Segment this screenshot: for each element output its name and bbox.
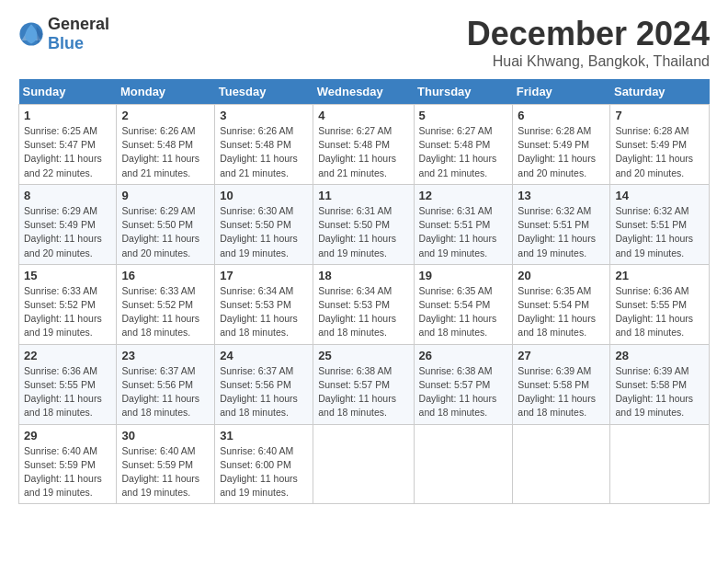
calendar-cell: 12Sunrise: 6:31 AM Sunset: 5:51 PM Dayli… — [414, 184, 513, 264]
calendar-cell: 17Sunrise: 6:34 AM Sunset: 5:53 PM Dayli… — [215, 264, 313, 344]
calendar-cell: 9Sunrise: 6:29 AM Sunset: 5:50 PM Daylig… — [117, 184, 215, 264]
month-title: December 2024 — [467, 15, 710, 53]
day-info: Sunrise: 6:25 AM Sunset: 5:47 PM Dayligh… — [24, 124, 111, 180]
day-info: Sunrise: 6:28 AM Sunset: 5:49 PM Dayligh… — [518, 124, 605, 180]
calendar-cell: 31Sunrise: 6:40 AM Sunset: 6:00 PM Dayli… — [215, 424, 313, 504]
calendar-week-3: 15Sunrise: 6:33 AM Sunset: 5:52 PM Dayli… — [19, 264, 710, 344]
calendar-table: SundayMondayTuesdayWednesdayThursdayFrid… — [18, 79, 710, 504]
day-number: 31 — [220, 429, 308, 442]
day-number: 11 — [318, 189, 408, 202]
calendar-cell — [313, 424, 414, 504]
calendar-cell: 28Sunrise: 6:39 AM Sunset: 5:58 PM Dayli… — [610, 344, 710, 424]
day-info: Sunrise: 6:33 AM Sunset: 5:52 PM Dayligh… — [121, 284, 210, 340]
day-number: 21 — [615, 269, 704, 282]
calendar-cell: 5Sunrise: 6:27 AM Sunset: 5:48 PM Daylig… — [414, 105, 513, 185]
day-info: Sunrise: 6:36 AM Sunset: 5:55 PM Dayligh… — [24, 364, 111, 420]
day-number: 28 — [615, 349, 704, 362]
calendar-cell: 6Sunrise: 6:28 AM Sunset: 5:49 PM Daylig… — [513, 105, 610, 185]
day-info: Sunrise: 6:26 AM Sunset: 5:48 PM Dayligh… — [121, 124, 210, 180]
day-info: Sunrise: 6:38 AM Sunset: 5:57 PM Dayligh… — [419, 364, 508, 420]
day-info: Sunrise: 6:40 AM Sunset: 5:59 PM Dayligh… — [24, 444, 111, 500]
day-info: Sunrise: 6:32 AM Sunset: 5:51 PM Dayligh… — [518, 204, 605, 260]
day-number: 17 — [220, 269, 308, 282]
day-number: 25 — [318, 349, 408, 362]
day-number: 18 — [318, 269, 408, 282]
day-number: 10 — [220, 189, 308, 202]
calendar-cell: 7Sunrise: 6:28 AM Sunset: 5:49 PM Daylig… — [610, 105, 710, 185]
calendar-cell — [513, 424, 610, 504]
day-number: 20 — [518, 269, 605, 282]
day-number: 16 — [121, 269, 210, 282]
day-info: Sunrise: 6:39 AM Sunset: 5:58 PM Dayligh… — [518, 364, 605, 420]
day-number: 13 — [518, 189, 605, 202]
calendar-week-2: 8Sunrise: 6:29 AM Sunset: 5:49 PM Daylig… — [19, 184, 710, 264]
calendar-cell — [414, 424, 513, 504]
day-number: 1 — [24, 109, 111, 122]
day-number: 2 — [121, 109, 210, 122]
location-title: Huai Khwang, Bangkok, Thailand — [467, 53, 710, 70]
day-number: 7 — [615, 109, 704, 122]
header-saturday: Saturday — [610, 79, 710, 105]
calendar-cell: 16Sunrise: 6:33 AM Sunset: 5:52 PM Dayli… — [117, 264, 215, 344]
calendar-cell: 13Sunrise: 6:32 AM Sunset: 5:51 PM Dayli… — [513, 184, 610, 264]
day-number: 24 — [220, 349, 308, 362]
calendar-cell: 19Sunrise: 6:35 AM Sunset: 5:54 PM Dayli… — [414, 264, 513, 344]
day-number: 9 — [121, 189, 210, 202]
logo: General Blue — [18, 15, 109, 53]
calendar-cell: 20Sunrise: 6:35 AM Sunset: 5:54 PM Dayli… — [513, 264, 610, 344]
day-info: Sunrise: 6:34 AM Sunset: 5:53 PM Dayligh… — [318, 284, 408, 340]
logo-blue: Blue — [48, 34, 84, 52]
day-info: Sunrise: 6:29 AM Sunset: 5:50 PM Dayligh… — [121, 204, 210, 260]
day-info: Sunrise: 6:39 AM Sunset: 5:58 PM Dayligh… — [615, 364, 704, 420]
day-number: 26 — [419, 349, 508, 362]
calendar-cell: 3Sunrise: 6:26 AM Sunset: 5:48 PM Daylig… — [215, 105, 313, 185]
day-info: Sunrise: 6:37 AM Sunset: 5:56 PM Dayligh… — [220, 364, 308, 420]
calendar-cell: 1Sunrise: 6:25 AM Sunset: 5:47 PM Daylig… — [19, 105, 117, 185]
logo-general: General — [48, 15, 109, 33]
day-number: 23 — [121, 349, 210, 362]
day-info: Sunrise: 6:40 AM Sunset: 5:59 PM Dayligh… — [121, 444, 210, 500]
calendar-cell: 18Sunrise: 6:34 AM Sunset: 5:53 PM Dayli… — [313, 264, 414, 344]
day-number: 29 — [24, 429, 111, 442]
day-info: Sunrise: 6:27 AM Sunset: 5:48 PM Dayligh… — [419, 124, 508, 180]
calendar-cell: 24Sunrise: 6:37 AM Sunset: 5:56 PM Dayli… — [215, 344, 313, 424]
day-number: 6 — [518, 109, 605, 122]
day-number: 5 — [419, 109, 508, 122]
day-info: Sunrise: 6:35 AM Sunset: 5:54 PM Dayligh… — [518, 284, 605, 340]
calendar-week-4: 22Sunrise: 6:36 AM Sunset: 5:55 PM Dayli… — [19, 344, 710, 424]
day-number: 4 — [318, 109, 408, 122]
day-info: Sunrise: 6:29 AM Sunset: 5:49 PM Dayligh… — [24, 204, 111, 260]
day-info: Sunrise: 6:26 AM Sunset: 5:48 PM Dayligh… — [220, 124, 308, 180]
day-number: 14 — [615, 189, 704, 202]
calendar-cell — [610, 424, 710, 504]
day-info: Sunrise: 6:32 AM Sunset: 5:51 PM Dayligh… — [615, 204, 704, 260]
header-sunday: Sunday — [19, 79, 117, 105]
day-number: 15 — [24, 269, 111, 282]
day-info: Sunrise: 6:28 AM Sunset: 5:49 PM Dayligh… — [615, 124, 704, 180]
logo-icon — [18, 21, 44, 47]
title-section: December 2024 Huai Khwang, Bangkok, Thai… — [467, 15, 710, 70]
calendar-cell: 26Sunrise: 6:38 AM Sunset: 5:57 PM Dayli… — [414, 344, 513, 424]
calendar-cell: 25Sunrise: 6:38 AM Sunset: 5:57 PM Dayli… — [313, 344, 414, 424]
header-wednesday: Wednesday — [313, 79, 414, 105]
day-info: Sunrise: 6:36 AM Sunset: 5:55 PM Dayligh… — [615, 284, 704, 340]
header-tuesday: Tuesday — [215, 79, 313, 105]
day-number: 12 — [419, 189, 508, 202]
calendar-cell: 23Sunrise: 6:37 AM Sunset: 5:56 PM Dayli… — [117, 344, 215, 424]
calendar-cell: 22Sunrise: 6:36 AM Sunset: 5:55 PM Dayli… — [19, 344, 117, 424]
day-number: 30 — [121, 429, 210, 442]
day-number: 22 — [24, 349, 111, 362]
calendar-cell: 15Sunrise: 6:33 AM Sunset: 5:52 PM Dayli… — [19, 264, 117, 344]
day-info: Sunrise: 6:30 AM Sunset: 5:50 PM Dayligh… — [220, 204, 308, 260]
calendar-cell: 14Sunrise: 6:32 AM Sunset: 5:51 PM Dayli… — [610, 184, 710, 264]
day-number: 27 — [518, 349, 605, 362]
calendar-cell: 8Sunrise: 6:29 AM Sunset: 5:49 PM Daylig… — [19, 184, 117, 264]
calendar-cell: 29Sunrise: 6:40 AM Sunset: 5:59 PM Dayli… — [19, 424, 117, 504]
day-info: Sunrise: 6:31 AM Sunset: 5:50 PM Dayligh… — [318, 204, 408, 260]
day-number: 8 — [24, 189, 111, 202]
day-number: 19 — [419, 269, 508, 282]
calendar-cell: 30Sunrise: 6:40 AM Sunset: 5:59 PM Dayli… — [117, 424, 215, 504]
calendar-cell: 4Sunrise: 6:27 AM Sunset: 5:48 PM Daylig… — [313, 105, 414, 185]
day-number: 3 — [220, 109, 308, 122]
calendar-week-5: 29Sunrise: 6:40 AM Sunset: 5:59 PM Dayli… — [19, 424, 710, 504]
